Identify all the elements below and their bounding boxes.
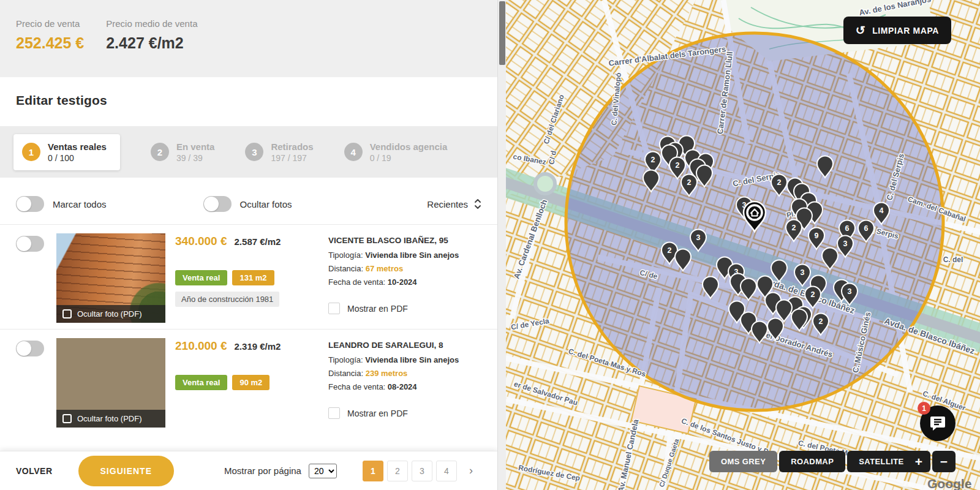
google-watermark: Google (927, 477, 971, 490)
pagination: 1 2 3 4 › (363, 461, 481, 481)
left-panel: Precio de venta 252.425 € Precio medio d… (0, 0, 497, 490)
show-in-pdf-checkbox[interactable] (328, 407, 340, 419)
listing-card: Ocultar foto (PDF) 340.000 € 2.587 €/m2 … (0, 224, 497, 329)
per-page-select[interactable]: 20 (309, 464, 337, 478)
layer-button-roadmap[interactable]: ROADMAP (779, 451, 845, 472)
page-button-2[interactable]: 2 (387, 461, 408, 481)
zoom-out-button[interactable]: − (932, 451, 956, 472)
listing-details-column: LEANDRO DE SARALEGUI, 8 Tipología: Vivie… (328, 338, 481, 419)
roundabout (535, 174, 555, 194)
stat-value-sale-price: 252.425 € (16, 34, 84, 52)
listing-select-toggle[interactable] (16, 341, 44, 356)
page-button-1[interactable]: 1 (363, 461, 383, 481)
svg-text:2: 2 (676, 161, 680, 170)
distancia-label: Distancia: (328, 264, 363, 273)
listing-price-column: 210.000 € 2.319 €/m2 Venta real 90 m2 (175, 338, 321, 390)
hide-photo-label: Ocultar foto (PDF) (77, 309, 141, 318)
title-band: Editar testigos (0, 77, 497, 126)
hide-photo-checkbox[interactable] (62, 414, 72, 423)
show-in-pdf-label: Mostrar en PDF (347, 304, 408, 314)
map-zoom-controls: + − (907, 451, 956, 472)
svg-text:2: 2 (792, 224, 796, 232)
svg-text:4: 4 (880, 206, 884, 215)
next-button[interactable]: SIGUIENTE (78, 456, 174, 486)
tab-label: Ventas reales (48, 141, 107, 153)
tab-vendidos-agencia[interactable]: 4 Vendidos agencia 0 / 19 (344, 141, 448, 164)
hide-photo-label: Ocultar foto (PDF) (77, 414, 141, 423)
listing-price-column: 340.000 € 2.587 €/m2 Venta real 131 m2 A… (175, 233, 321, 307)
tab-number-badge: 3 (245, 143, 263, 161)
svg-text:3: 3 (696, 233, 701, 242)
tab-count: 197 / 197 (271, 153, 306, 163)
tab-count: 0 / 19 (370, 153, 391, 163)
show-in-pdf-checkbox[interactable] (328, 303, 340, 314)
mark-all-label: Marcar todos (53, 199, 107, 209)
map-canvas[interactable]: Carrer d'Albalat dels TarongersAv. de lo… (506, 0, 980, 490)
svg-text:6: 6 (845, 224, 850, 233)
list-controls: Marcar todos Ocultar fotos Recientes (0, 178, 497, 224)
tab-en-venta[interactable]: 2 En venta 39 / 39 (151, 141, 215, 164)
svg-text:6: 6 (864, 224, 869, 233)
listing-select-toggle[interactable] (16, 236, 44, 252)
layer-button-satellite[interactable]: SATELLITE (847, 451, 915, 472)
hide-photos-label: Ocultar fotos (240, 199, 292, 209)
tab-number-badge: 2 (151, 143, 169, 161)
listing-photo: Ocultar foto (PDF) (56, 338, 165, 428)
distancia-value: 239 metros (366, 369, 408, 378)
per-page-label: Mostrar por página (224, 466, 301, 476)
hide-photos-toggle[interactable] (203, 196, 232, 212)
listing-details-column: VICENTE BLASCO IBAÑEZ, 95 Tipología: Viv… (328, 233, 481, 314)
sale-type-badge: Venta real (175, 375, 227, 390)
stats-header: Precio de venta 252.425 € Precio medio d… (0, 0, 497, 77)
photo-overlay: Ocultar foto (PDF) (56, 410, 165, 428)
clear-map-label: LIMPIAR MAPA (872, 26, 939, 36)
tab-label: Vendidos agencia (370, 141, 448, 153)
tab-count: 0 / 100 (48, 153, 74, 163)
steps-tabs: 1 Ventas reales 0 / 100 2 En venta 39 / … (0, 126, 497, 178)
svg-text:2: 2 (651, 156, 655, 164)
tipologia-value: Vivienda libre Sin anejos (365, 355, 459, 364)
svg-text:2: 2 (811, 290, 815, 299)
construction-year-badge: Año de construcción 1981 (175, 292, 279, 307)
tipologia-label: Tipología: (328, 355, 363, 364)
page-title: Editar testigos (16, 93, 481, 108)
zoom-in-button[interactable]: + (907, 451, 930, 472)
show-in-pdf-label: Mostrar en PDF (347, 409, 408, 418)
hide-photo-checkbox[interactable] (62, 309, 72, 318)
page-button-4[interactable]: 4 (436, 461, 457, 481)
distancia-label: Distancia: (328, 369, 363, 378)
sort-dropdown[interactable]: Recientes (427, 198, 481, 210)
listing-card: Ocultar foto (PDF) 210.000 € 2.319 €/m2 … (0, 329, 497, 434)
svg-text:3: 3 (843, 239, 848, 248)
panel-scrollbar[interactable] (497, 0, 506, 490)
chat-notification-badge: 1 (918, 402, 930, 415)
listing-address: LEANDRO DE SARALEGUI, 8 (328, 341, 481, 350)
stat-value-avg-price: 2.427 €/m2 (106, 34, 197, 52)
layer-button-oms-grey[interactable]: OMS GREY (709, 451, 777, 472)
page-button-3[interactable]: 3 (412, 461, 432, 481)
page-next-chevron[interactable]: › (461, 461, 481, 481)
sort-arrows-icon (474, 198, 481, 210)
svg-text:3: 3 (801, 268, 805, 277)
chat-button[interactable]: 1 (920, 405, 956, 441)
clear-map-button[interactable]: ↺ LIMPIAR MAPA (843, 17, 951, 44)
mark-all-toggle[interactable] (16, 196, 44, 212)
svg-text:3: 3 (848, 287, 852, 296)
street-label: C. del (943, 255, 963, 264)
tab-label: Retirados (271, 141, 313, 153)
listing-price-m2: 2.587 €/m2 (235, 236, 281, 247)
fecha-value: 10-2024 (388, 277, 417, 287)
tab-retirados[interactable]: 3 Retirados 197 / 197 (245, 141, 313, 164)
tab-ventas-reales[interactable]: 1 Ventas reales 0 / 100 (13, 134, 120, 170)
fecha-value: 08-2024 (388, 382, 417, 391)
map-area[interactable]: Carrer d'Albalat dels TarongersAv. de lo… (506, 0, 980, 490)
tab-number-badge: 4 (344, 143, 363, 161)
sale-type-badge: Venta real (175, 270, 227, 285)
scrollbar-thumb[interactable] (499, 1, 505, 65)
back-button[interactable]: VOLVER (16, 466, 53, 476)
stat-label: Precio de venta (16, 18, 84, 29)
tipologia-value: Vivienda libre Sin anejos (365, 251, 459, 260)
map-layer-switcher: OMS GREY ROADMAP SATELLITE (709, 451, 916, 472)
tab-count: 39 / 39 (176, 153, 203, 163)
chat-icon (929, 415, 946, 431)
